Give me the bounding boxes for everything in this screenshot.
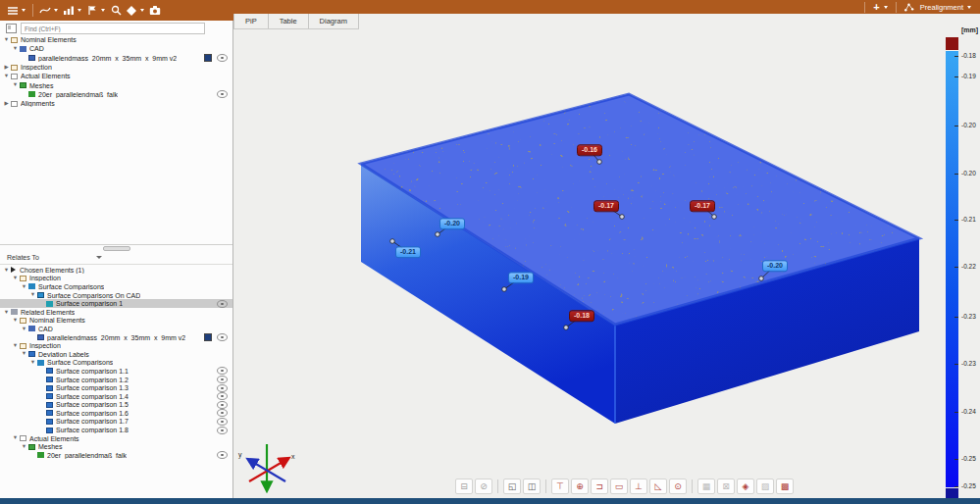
deviation-label[interactable]: -0.18 xyxy=(569,310,594,322)
visibility-eye-icon[interactable] xyxy=(217,418,228,426)
window-tool-button[interactable]: ◈ xyxy=(737,479,754,494)
color-chip[interactable] xyxy=(204,333,212,341)
deviation-label[interactable]: -0.17 xyxy=(593,200,619,212)
menu-icon[interactable] xyxy=(5,4,21,18)
grid-button[interactable]: ▦ xyxy=(697,479,715,494)
tree-item[interactable]: 20er_parallelendmaß_falk xyxy=(0,451,232,460)
view-cube-icon[interactable] xyxy=(124,4,139,18)
search-icon[interactable] xyxy=(108,4,124,18)
flag-dropdown-caret[interactable] xyxy=(101,9,105,12)
expand-arrow-icon[interactable]: ▼ xyxy=(3,268,10,274)
tree-item[interactable]: ▼Meshes xyxy=(0,442,232,451)
tree-item[interactable]: Surface comparison 1.3 xyxy=(0,383,232,392)
tab-table[interactable]: Table xyxy=(269,14,309,28)
alignment-selector[interactable]: Prealignment xyxy=(920,3,963,12)
expand-arrow-icon[interactable]: ▼ xyxy=(12,318,19,324)
deviation-label[interactable]: -0.16 xyxy=(577,144,602,156)
tree-item[interactable]: parallelendmass_20mm_x_35mm_x_9mm v2 xyxy=(0,54,232,63)
deviation-label[interactable]: -0.17 xyxy=(690,200,715,212)
tree-item[interactable]: ▼Nominal Elements xyxy=(0,35,232,44)
panel-splitter[interactable] xyxy=(0,244,232,251)
tree-item[interactable]: Surface comparison 1.2 xyxy=(0,376,232,384)
close-grid-button[interactable]: ⊠ xyxy=(717,479,735,494)
tree-item[interactable]: ▼Actual Elements xyxy=(0,72,232,80)
tree-item[interactable]: Surface comparison 1.6 xyxy=(0,409,232,418)
tree-item[interactable]: ▼CAD xyxy=(0,44,232,53)
chart-dropdown-caret[interactable] xyxy=(77,9,81,12)
tree-item[interactable]: Surface comparison 1.8 xyxy=(0,426,232,434)
deviation-label[interactable]: -0.19 xyxy=(508,272,534,283)
visibility-eye-icon[interactable] xyxy=(217,392,228,400)
chart-tool-icon[interactable] xyxy=(61,4,77,18)
expand-arrow-icon[interactable]: ▼ xyxy=(29,292,36,298)
expand-arrow-icon[interactable]: ▼ xyxy=(29,360,36,366)
tree-item[interactable]: ▼Surface Comparisons xyxy=(0,359,232,368)
expand-arrow-icon[interactable]: ▼ xyxy=(21,284,27,290)
tree-item[interactable]: 20er_parallelendmaß_falk xyxy=(0,90,232,99)
target-tool-button[interactable]: ⊕ xyxy=(571,479,589,494)
tree-item[interactable]: Surface comparison 1.5 xyxy=(0,401,232,410)
visibility-eye-icon[interactable] xyxy=(217,54,228,62)
curve-dropdown-caret[interactable] xyxy=(54,9,58,12)
measured-block[interactable] xyxy=(361,94,919,424)
clip-plane-button[interactable]: ⊘ xyxy=(475,479,492,494)
visibility-eye-icon[interactable] xyxy=(217,300,228,308)
camera-icon[interactable] xyxy=(147,4,163,18)
layout-grid-button[interactable]: ▩ xyxy=(776,479,794,494)
label-tool-button[interactable]: ⊙ xyxy=(669,479,687,494)
expand-arrow-icon[interactable]: ▶ xyxy=(3,101,10,107)
expand-arrow-icon[interactable]: ▼ xyxy=(12,343,19,349)
tree-item[interactable]: ▼Surface Comparisons On CAD xyxy=(0,291,232,300)
search-input[interactable] xyxy=(21,23,205,34)
tree-item[interactable]: parallelendmass_20mm_x_35mm_x_9mm v2 xyxy=(0,333,232,342)
tree-item[interactable]: ▼Inspection xyxy=(0,275,232,283)
expand-arrow-icon[interactable]: ▼ xyxy=(12,435,19,441)
visibility-eye-icon[interactable] xyxy=(217,427,228,434)
deviation-label[interactable]: -0.20 xyxy=(439,218,465,229)
tree-item[interactable]: ▼Related Elements xyxy=(0,308,232,317)
tree-item[interactable]: Surface comparison 1.1 xyxy=(0,367,232,376)
visibility-eye-icon[interactable] xyxy=(217,409,228,417)
tree-item[interactable]: ▼Inspection xyxy=(0,341,232,350)
add-element-button[interactable]: + xyxy=(870,1,882,14)
expand-arrow-icon[interactable]: ▼ xyxy=(12,82,19,88)
visibility-eye-icon[interactable] xyxy=(217,451,228,459)
menu-dropdown-caret[interactable] xyxy=(22,9,26,12)
visibility-eye-icon[interactable] xyxy=(217,367,228,375)
visibility-eye-icon[interactable] xyxy=(217,384,228,392)
tree-item[interactable]: ▼Chosen Elements (1) xyxy=(0,266,232,275)
tree-item[interactable]: ▼Actual Elements xyxy=(0,434,232,443)
flag-tool-icon[interactable] xyxy=(84,4,100,18)
visibility-eye-icon[interactable] xyxy=(217,90,228,98)
expand-arrow-icon[interactable]: ▼ xyxy=(3,74,10,79)
expand-arrow-icon[interactable]: ▼ xyxy=(21,327,27,332)
tree-item[interactable]: ▼Deviation Labels xyxy=(0,350,232,359)
relates-to-dropdown-caret[interactable] xyxy=(96,256,102,259)
tree-item[interactable]: ▼Meshes xyxy=(0,80,232,89)
expand-arrow-icon[interactable]: ▶ xyxy=(3,65,10,71)
expand-arrow-icon[interactable]: ▼ xyxy=(12,46,19,52)
color-chip[interactable] xyxy=(204,54,212,62)
tree-item[interactable]: ▼Nominal Elements xyxy=(0,317,232,326)
tree-item[interactable]: Surface comparison 1.7 xyxy=(0,418,232,427)
tree-item[interactable]: ▼Surface Comparisons xyxy=(0,282,232,291)
visibility-eye-icon[interactable] xyxy=(217,401,228,409)
splitter-grip[interactable] xyxy=(103,246,130,251)
expand-arrow-icon[interactable]: ▼ xyxy=(21,444,27,450)
rectangle-tool-button[interactable]: ▭ xyxy=(610,479,628,494)
visibility-eye-icon[interactable] xyxy=(217,333,228,341)
tree-item[interactable]: ▶Alignments xyxy=(0,99,232,108)
tree-item[interactable]: ▼CAD xyxy=(0,325,232,333)
hook-tool-button[interactable]: ⊐ xyxy=(591,479,608,494)
tab-pip[interactable]: PiP xyxy=(233,14,269,28)
tab-diagram[interactable]: Diagram xyxy=(309,14,359,28)
add-element-dropdown-caret[interactable] xyxy=(884,6,888,9)
expand-arrow-icon[interactable]: ▼ xyxy=(12,276,19,281)
section-tool-button[interactable]: ⊥ xyxy=(630,479,647,494)
dock-panel-icon[interactable] xyxy=(6,24,17,33)
deviation-label[interactable]: -0.20 xyxy=(762,260,788,272)
view-cube-dropdown-caret[interactable] xyxy=(140,9,144,12)
hatch-button[interactable]: ▨ xyxy=(756,479,774,494)
tree-item[interactable]: ▶Inspection xyxy=(0,63,232,72)
deviation-label[interactable]: -0.21 xyxy=(395,246,421,258)
